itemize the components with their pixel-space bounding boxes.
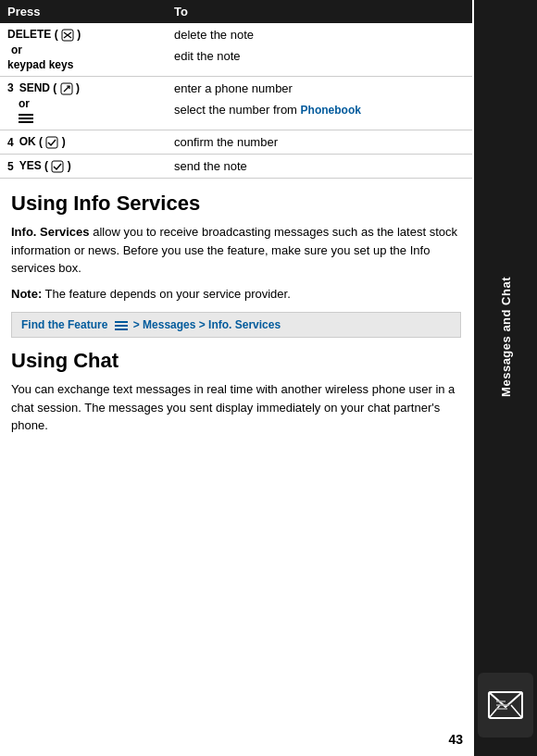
right-sidebar: Messages and Chat — [474, 0, 537, 756]
ok-key: OK ( ) — [19, 135, 66, 149]
svg-rect-6 — [19, 118, 33, 119]
svg-rect-7 — [19, 121, 33, 123]
svg-line-4 — [64, 86, 69, 92]
press-cell: 3 SEND ( ) — [0, 76, 167, 130]
svg-rect-5 — [19, 114, 33, 116]
info-services-body: Info. Services allow you to receive broa… — [11, 223, 461, 278]
keypad-keys: keypad keys — [7, 58, 159, 71]
to-header: To — [167, 0, 472, 23]
delete-key: DELETE ( ) — [7, 28, 159, 42]
sidebar-label: Messages and Chat — [499, 277, 513, 397]
table-row: 3 SEND ( ) — [0, 76, 472, 130]
action-cell2: enter a phone number select the number f… — [167, 76, 472, 130]
row-number-4: 4 — [7, 136, 18, 149]
svg-rect-11 — [115, 325, 128, 327]
info-services-title: Using Info Services — [11, 192, 461, 216]
phonebook-label: Phonebook — [301, 104, 361, 117]
table-row: 4 OK ( ) c — [0, 130, 472, 155]
sidebar-text-container: Messages and Chat — [499, 0, 513, 673]
action-cell: delete the note edit the note — [167, 23, 472, 76]
or-label2: or — [7, 97, 159, 110]
page-number: 43 — [448, 732, 463, 747]
send-key: SEND ( ) — [19, 81, 80, 95]
ok-icon — [45, 136, 58, 149]
svg-rect-8 — [46, 137, 57, 148]
using-chat-title: Using Chat — [11, 349, 461, 373]
menu-icon — [19, 112, 33, 125]
svg-line-15 — [511, 705, 522, 718]
svg-rect-10 — [115, 321, 128, 323]
press-cell-ok: 4 OK ( ) — [0, 130, 167, 155]
press-cell: DELETE ( ) or keypad keys — [0, 23, 167, 76]
or-label: or — [7, 43, 159, 56]
table-row: 5 YES ( ) — [0, 155, 472, 179]
find-feature-box: Find the Feature > Messages > Info. Serv… — [11, 312, 461, 338]
envelope-icon — [487, 688, 524, 722]
action-cell-ok: confirm the number — [167, 130, 472, 155]
table-row: DELETE ( ) or keypad keys — [0, 23, 472, 76]
press-header: Press — [0, 0, 167, 23]
menu-path-icon — [115, 320, 128, 331]
find-feature-label: Find the Feature — [21, 318, 107, 331]
instruction-table: Press To DELETE ( — [0, 0, 472, 179]
sidebar-icon-container — [478, 673, 533, 737]
press-cell-yes: 5 YES ( ) — [0, 155, 167, 179]
using-chat-body: You can exchange text messages in real t… — [11, 380, 461, 435]
main-content: Using Info Services Info. Services allow… — [0, 179, 472, 452]
svg-rect-12 — [115, 328, 128, 330]
delete-icon — [61, 29, 74, 42]
action-cell-yes: send the note — [167, 155, 472, 179]
info-services-note: Note: The feature depends on your servic… — [11, 285, 461, 304]
row-number: 3 — [7, 81, 18, 94]
yes-icon — [51, 160, 64, 173]
svg-rect-9 — [52, 161, 63, 172]
send-icon — [60, 82, 73, 95]
row-number-5: 5 — [7, 160, 18, 173]
svg-line-14 — [489, 705, 500, 718]
yes-key: YES ( ) — [19, 159, 71, 173]
find-feature-path: > Messages > Info. Services — [115, 318, 281, 331]
